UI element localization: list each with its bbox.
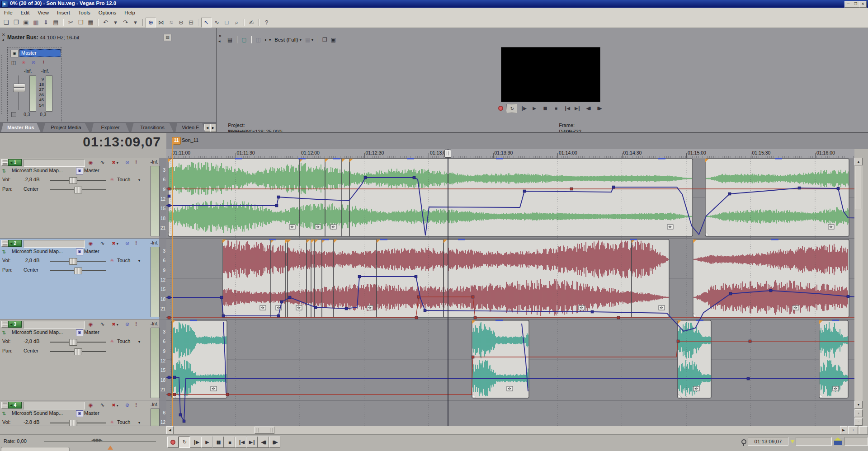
toolbar-auto-ripple-icon[interactable]: ≈ <box>166 18 176 27</box>
prev-frame-button[interactable]: ◀▮ <box>583 104 593 112</box>
timeline-canvas[interactable] <box>166 158 854 426</box>
track-envelope-icon[interactable]: ∿ <box>98 321 107 328</box>
track-name-field[interactable] <box>24 321 85 329</box>
stop-button[interactable]: ■ <box>551 104 561 112</box>
toolbar-import-media-icon[interactable]: ⇓ <box>41 18 51 27</box>
tab-explorer[interactable]: Explorer <box>91 123 129 132</box>
grid-overlay-icon[interactable]: ▦▾ <box>304 36 315 43</box>
toolbar-redo-icon[interactable]: ↷ <box>121 18 130 27</box>
video-output-fx-icon[interactable]: ◫ <box>255 36 262 43</box>
playhead-handle[interactable] <box>444 150 451 158</box>
tab-video-f[interactable]: Video F <box>175 123 205 132</box>
toolbar-normal-edit-tool-icon[interactable]: ↖ <box>201 18 212 28</box>
window-dock-tab[interactable] <box>1 447 70 451</box>
track-header-1[interactable]: ◀1◉∿✖▾⊘!-Inf.36912151821⇅Microsoft Sound… <box>0 158 166 239</box>
menu-tools[interactable]: Tools <box>74 9 94 16</box>
toolbar-save-as-icon[interactable]: ▥ <box>31 18 41 27</box>
toolbar-project-properties-icon[interactable]: ▤ <box>51 18 61 27</box>
track-header-3[interactable]: ◀3◉∿✖▾⊘!-Inf.36912151821⇅Microsoft Sound… <box>0 319 166 400</box>
tab-project-media[interactable]: Project Media <box>42 123 90 132</box>
next-frame-button[interactable]: ▮▶ <box>594 104 604 112</box>
tabs-scroll-right-icon[interactable]: ▶ <box>210 124 216 132</box>
master-bus-strip[interactable]: ▣ Master ◫ ✳ ⊘ ! -Inf. -Inf. 91827364554… <box>7 47 61 123</box>
horizontal-scrollbar[interactable]: ◀ ▶ ＋ － <box>166 426 868 434</box>
external-monitor-icon[interactable]: ▢ <box>240 36 248 43</box>
preview-pin-icon[interactable]: ◂ <box>218 39 221 43</box>
automation-dropdown-icon[interactable]: ▾ <box>138 177 144 183</box>
bus-solo-icon[interactable]: ⊘ <box>29 59 38 66</box>
automation-settings-icon[interactable]: ✳ <box>110 419 116 425</box>
vertical-scroll-thumb[interactable] <box>855 166 862 209</box>
toolbar-open-project-icon[interactable]: ❐ <box>11 18 21 27</box>
vertical-scrollbar[interactable]: ▲ ▼ ＋ － <box>854 158 863 426</box>
mute-icon[interactable]: ✖▾ <box>109 240 121 247</box>
bus-mute-icon[interactable]: ! <box>39 59 47 66</box>
track-zoom-in-icon[interactable]: ＋ <box>854 409 863 417</box>
stop-button[interactable]: ■ <box>224 437 235 448</box>
track-name-field[interactable] <box>24 159 85 167</box>
play-button[interactable]: ▶ <box>201 437 212 448</box>
automation-dropdown-icon[interactable]: ▾ <box>138 419 144 425</box>
toolbar-save-project-icon[interactable]: ▣ <box>21 18 31 27</box>
solo-icon[interactable]: ⊘ <box>123 240 131 247</box>
mute-icon[interactable]: ✖▾ <box>109 159 121 166</box>
track-name-field[interactable] <box>24 240 85 248</box>
toolbar-redo-dropdown-icon[interactable]: ▾ <box>131 18 140 27</box>
play-button[interactable]: ▶ <box>529 104 539 112</box>
mixer-menu-icon[interactable]: ▤ <box>164 34 171 41</box>
automation-dropdown-icon[interactable]: ▾ <box>138 258 144 263</box>
record-arm-icon[interactable]: ◉ <box>87 402 94 409</box>
track-device-button[interactable]: Microsoft Sound Map... <box>12 410 75 417</box>
pan-slider[interactable] <box>74 268 82 274</box>
solo-icon[interactable]: ⊘ <box>123 159 131 166</box>
mixer-grip[interactable] <box>1 55 2 114</box>
preview-close-icon[interactable]: ✕ <box>218 34 222 38</box>
track-envelope-icon[interactable]: ∿ <box>98 402 107 409</box>
toolbar-new-project-icon[interactable]: ❏ <box>1 18 11 27</box>
pan-slider[interactable] <box>74 187 82 193</box>
record-button[interactable] <box>167 437 179 448</box>
vol-slider[interactable] <box>69 420 77 426</box>
scroll-down-icon[interactable]: ▼ <box>854 401 863 409</box>
menu-insert[interactable]: Insert <box>53 9 74 16</box>
track-restore-button[interactable] <box>1 162 8 166</box>
mixer-pin-icon[interactable]: ◂ <box>2 38 4 42</box>
automation-settings-icon[interactable]: ✳ <box>110 338 116 344</box>
time-ruler[interactable]: 01:11:0001:11:3001:12:0001:12:3001:13:00… <box>166 149 854 158</box>
toolbar-whats-this-help-icon[interactable]: ? <box>262 18 271 27</box>
play-from-start-button[interactable]: ❙▶ <box>190 437 201 448</box>
track-header-2[interactable]: ◀2◉∿✖▾⊘!-Inf.36912151821⇅Microsoft Sound… <box>0 239 166 319</box>
zoom-out-time-icon[interactable]: － <box>859 426 868 434</box>
status-time-display[interactable]: 01:13:09,07 <box>748 437 788 446</box>
bus-insert-fx-icon[interactable]: ✳ <box>19 59 28 66</box>
toolbar-automatic-crossfades-icon[interactable]: ⋈ <box>156 18 166 27</box>
menu-file[interactable]: File <box>0 9 17 16</box>
phase-icon[interactable]: ! <box>133 159 139 166</box>
pause-button[interactable]: ▮▮ <box>212 437 224 448</box>
toolbar-interactive-tutorials-icon[interactable]: ✍ <box>247 18 256 27</box>
loop-button[interactable]: ↻ <box>179 437 190 448</box>
track-restore-button[interactable] <box>1 324 8 328</box>
track-device-button[interactable]: Microsoft Sound Map... <box>12 249 75 255</box>
tabs-scroll-left-icon[interactable]: ◀ <box>204 124 210 132</box>
preview-quality-icon[interactable]: Best (Full)▾ <box>273 37 302 43</box>
tab-transitions[interactable]: Transitions <box>131 123 174 132</box>
bus-assign-icon[interactable]: ▣ <box>76 168 83 174</box>
toolbar-enable-snapping-icon[interactable]: ⊕ <box>146 18 156 28</box>
scroll-up-icon[interactable]: ▲ <box>854 158 863 165</box>
track-zoom-out-icon[interactable]: － <box>854 418 863 426</box>
toolbar-undo-icon[interactable]: ↶ <box>101 18 110 27</box>
phase-icon[interactable]: ! <box>133 402 139 409</box>
pan-slider[interactable] <box>74 348 82 355</box>
vol-slider[interactable] <box>69 177 77 184</box>
record-arm-icon[interactable]: ◉ <box>87 159 94 166</box>
rate-shuttle-handle[interactable]: ◀◀▶▶ <box>91 437 102 442</box>
go-to-start-button[interactable]: ❙◀ <box>561 104 571 112</box>
minimize-button[interactable]: ─ <box>844 1 852 8</box>
bus-assign-icon[interactable]: ▣ <box>76 410 83 417</box>
bus-fx-chain-icon[interactable]: ◫ <box>9 59 18 66</box>
record-arm-icon[interactable]: ◉ <box>87 321 94 328</box>
toolbar-ignore-event-grouping-icon[interactable]: ⊟ <box>186 18 196 27</box>
toolbar-undo-dropdown-icon[interactable]: ▾ <box>111 18 120 27</box>
fader-lock-icon[interactable] <box>11 112 16 117</box>
